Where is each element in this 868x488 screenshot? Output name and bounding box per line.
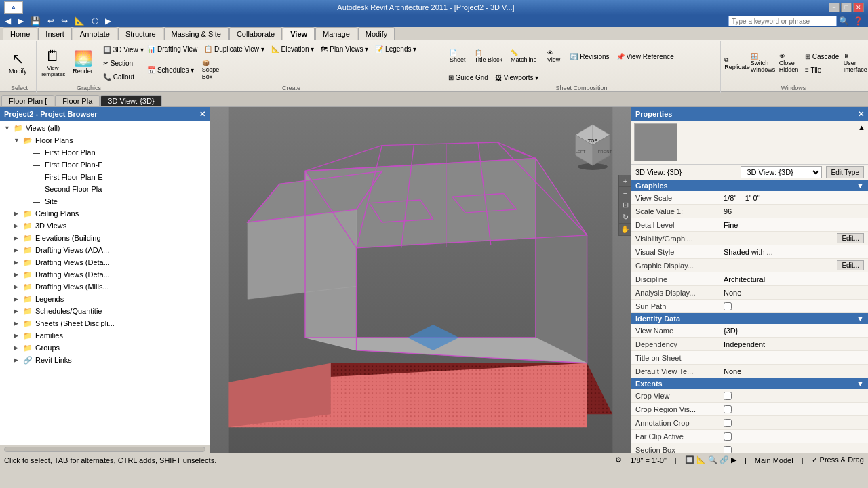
graphic-edit-btn[interactable]: Edit... bbox=[837, 260, 864, 270]
qa-back[interactable]: ◀ bbox=[3, 16, 13, 26]
render-button[interactable]: 🌅 Render bbox=[71, 44, 95, 82]
tree-item-drafting-ada[interactable]: ▶ 📁 Drafting Views (ADA... bbox=[1, 244, 208, 256]
tab-collaborate[interactable]: Collaborate bbox=[229, 27, 282, 40]
tab-home[interactable]: Home bbox=[3, 27, 37, 40]
props-section-graphics[interactable]: Graphics ▼ bbox=[631, 180, 868, 191]
section-button[interactable]: ✂ Section bbox=[100, 57, 146, 69]
duplicate-view-button[interactable]: 📋 Duplicate View ▾ bbox=[201, 43, 267, 55]
search-button[interactable]: 🔍 bbox=[837, 16, 851, 26]
tree-item-drafting-mills[interactable]: ▶ 📁 Drafting Views (Mills... bbox=[1, 281, 208, 293]
nav-fit[interactable]: ⊡ bbox=[619, 199, 631, 211]
tab-manage[interactable]: Manage bbox=[315, 27, 357, 40]
plan-views-button[interactable]: 🗺 Plan Views ▾ bbox=[318, 43, 371, 55]
qa-undo[interactable]: ↩ bbox=[45, 16, 56, 26]
view-templates-button[interactable]: 🗒 ViewTemplates bbox=[41, 44, 65, 82]
props-section-extents[interactable]: Extents ▼ bbox=[631, 378, 868, 389]
nav-zoom-in[interactable]: + bbox=[619, 175, 631, 187]
viewports-button[interactable]: 🖼 Viewports ▾ bbox=[492, 71, 541, 83]
user-interface-button[interactable]: 🖥UserInterface bbox=[843, 49, 867, 77]
prop-type-close[interactable]: ▲ bbox=[858, 123, 865, 131]
pb-close[interactable]: ✕ bbox=[199, 110, 205, 119]
tab-view[interactable]: View bbox=[283, 27, 315, 40]
pb-hscroll[interactable] bbox=[0, 445, 210, 453]
guide-grid-button[interactable]: ⊞ Guide Grid bbox=[446, 71, 491, 83]
tree-item-revit-links[interactable]: ▶ 🔗 Revit Links bbox=[1, 354, 208, 366]
visibility-edit-btn[interactable]: Edit... bbox=[837, 233, 864, 243]
tab-3d-view[interactable]: 3D View: {3D} bbox=[100, 95, 161, 106]
tree-item-legends[interactable]: ▶ 📁 Legends bbox=[1, 293, 208, 305]
tree-item-drafting-deta1[interactable]: ▶ 📁 Drafting Views (Deta... bbox=[1, 256, 208, 268]
tab-massing[interactable]: Massing & Site bbox=[164, 27, 229, 40]
nav-zoom-out[interactable]: − bbox=[619, 187, 631, 199]
tree-item-3dviews[interactable]: ▶ 📁 3D Views bbox=[1, 220, 208, 232]
qa-redo[interactable]: ↪ bbox=[59, 16, 70, 26]
matchline-button[interactable]: 📏Matchline bbox=[507, 43, 540, 70]
elevation-button[interactable]: 📐 Elevation ▾ bbox=[269, 43, 317, 55]
replicate-button[interactable]: ⧉Replicate bbox=[725, 49, 749, 77]
tree-item-schedules[interactable]: ▶ 📁 Schedules/Quantitie bbox=[1, 305, 208, 317]
tree-item-first-floor[interactable]: — First Floor Plan bbox=[1, 146, 208, 159]
crop-region-checkbox[interactable] bbox=[724, 405, 732, 413]
status-icon-1[interactable]: ⚙ bbox=[615, 455, 622, 464]
qa-measure[interactable]: 📐 bbox=[73, 16, 87, 26]
close-button[interactable]: ✕ bbox=[853, 3, 864, 12]
tab-insert[interactable]: Insert bbox=[38, 27, 72, 40]
view-button[interactable]: 👁View bbox=[541, 43, 566, 70]
sheet-button[interactable]: 📄Sheet bbox=[446, 43, 470, 70]
tree-item-first-floor-e1[interactable]: — First Floor Plan-E bbox=[1, 159, 208, 171]
modify-button[interactable]: ↖ Modify bbox=[5, 44, 31, 82]
tab-structure[interactable]: Structure bbox=[118, 27, 163, 40]
titleblock-button[interactable]: 📋Title Block bbox=[471, 43, 506, 70]
tree-item-drafting-deta2[interactable]: ▶ 📁 Drafting Views (Deta... bbox=[1, 268, 208, 281]
qa-play[interactable]: ▶ bbox=[103, 16, 113, 26]
3dview-button[interactable]: 🔲 3D View ▾ bbox=[100, 43, 146, 56]
tree-item-ceiling[interactable]: ▶ 📁 Ceiling Plans bbox=[1, 207, 208, 220]
close-hidden-button[interactable]: 👁CloseHidden bbox=[776, 49, 801, 77]
pb-hscrollbar[interactable] bbox=[4, 447, 205, 452]
revisions-button[interactable]: 🔄 Revisions bbox=[567, 50, 612, 62]
tree-item-families[interactable]: ▶ 📁 Families bbox=[1, 329, 208, 342]
status-scale[interactable]: 1/8" = 1'-0" bbox=[630, 456, 667, 464]
qa-save[interactable]: 💾 bbox=[28, 16, 43, 26]
callout-button[interactable]: 📞 Callout bbox=[100, 70, 146, 83]
tree-item-views-all[interactable]: ▼ 📁 Views (all) bbox=[1, 122, 208, 134]
switch-windows-button[interactable]: 🪟SwitchWindows bbox=[751, 49, 775, 77]
crop-view-checkbox[interactable] bbox=[724, 392, 732, 400]
nav-pan[interactable]: ✋ bbox=[619, 224, 631, 236]
tile-button[interactable]: ≡ Tile bbox=[802, 64, 842, 76]
schedules-button[interactable]: 📅 Schedules ▾ bbox=[144, 64, 197, 76]
tab-floor-plan-2[interactable]: Floor Pla bbox=[55, 95, 100, 106]
tab-floor-plan-1[interactable]: Floor Plan [ bbox=[1, 95, 54, 106]
help-button[interactable]: ❓ bbox=[851, 16, 865, 26]
props-close[interactable]: ✕ bbox=[858, 110, 864, 119]
tab-annotate[interactable]: Annotate bbox=[73, 27, 117, 40]
tree-item-second-floor[interactable]: — Second Floor Pla bbox=[1, 183, 208, 195]
nav-orbit[interactable]: ↻ bbox=[619, 211, 631, 224]
search-input[interactable] bbox=[728, 16, 837, 26]
cascade-button[interactable]: ⊞ Cascade bbox=[802, 50, 842, 62]
prop-type-dropdown[interactable]: 3D View: {3D} bbox=[741, 166, 822, 178]
tree-item-groups[interactable]: ▶ 📁 Groups bbox=[1, 342, 208, 354]
far-clip-checkbox[interactable] bbox=[724, 432, 732, 441]
viewport[interactable]: TOP LEFT FRONT + − ⊡ ↻ ✋ 1/8" = 1'-0" 🔲 … bbox=[210, 107, 631, 453]
minimize-button[interactable]: − bbox=[829, 3, 840, 12]
legends-button[interactable]: 📝 Legends ▾ bbox=[372, 43, 419, 55]
viewcube[interactable]: TOP LEFT FRONT bbox=[566, 118, 620, 172]
annotation-crop-checkbox[interactable] bbox=[724, 419, 732, 427]
props-section-identity[interactable]: Identity Data ▼ bbox=[631, 313, 868, 324]
view-reference-button[interactable]: 📌 View Reference bbox=[614, 50, 677, 62]
tree-item-sheets[interactable]: ▶ 📁 Sheets (Sheet Discipli... bbox=[1, 317, 208, 329]
edit-type-button[interactable]: Edit Type bbox=[826, 166, 864, 178]
sun-path-checkbox[interactable] bbox=[724, 302, 732, 310]
maximize-button[interactable]: □ bbox=[841, 3, 852, 12]
tree-item-site[interactable]: — Site bbox=[1, 195, 208, 207]
qa-forward[interactable]: ▶ bbox=[16, 16, 26, 26]
drafting-view-button[interactable]: 📊 Drafting View bbox=[144, 43, 200, 55]
tree-item-elevations[interactable]: ▶ 📁 Elevations (Building bbox=[1, 232, 208, 244]
tree-item-first-floor-e2[interactable]: — First Floor Plan-E bbox=[1, 171, 208, 183]
scope-box-button[interactable]: 📦ScopeBox bbox=[198, 56, 222, 83]
qa-snap[interactable]: ⬡ bbox=[90, 16, 100, 26]
tree-item-floor-plans[interactable]: ▼ 📂 Floor Plans bbox=[1, 134, 208, 146]
tab-modify[interactable]: Modify bbox=[358, 27, 395, 40]
section-box-checkbox[interactable] bbox=[724, 446, 732, 453]
